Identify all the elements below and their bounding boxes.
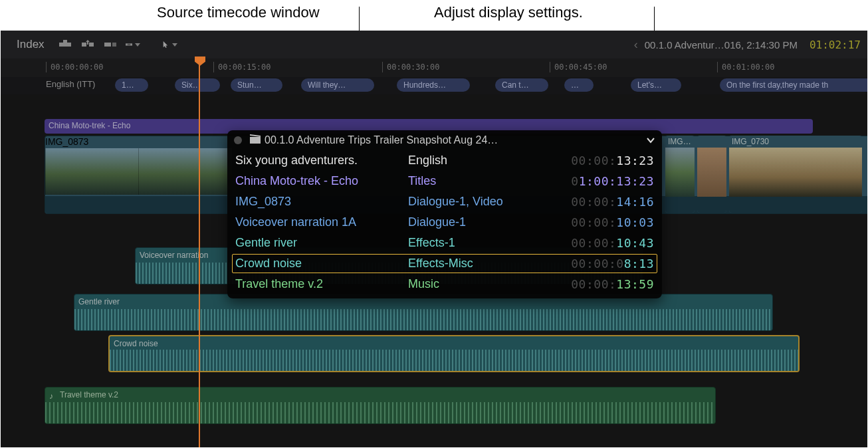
timecode-row-role: Effects-1 bbox=[408, 236, 541, 250]
timecode-row[interactable]: Gentle riverEffects-100:00:10:43 bbox=[227, 233, 662, 253]
clip-audio-waveform bbox=[45, 402, 715, 423]
title-clip-label: China Moto-trek - Echo bbox=[49, 121, 130, 130]
clip-audio-waveform bbox=[729, 197, 862, 213]
caption-pill[interactable]: … bbox=[564, 78, 594, 92]
timecode-row-name: Travel theme v.2 bbox=[235, 277, 408, 291]
timecode-row-name: Voiceover narration 1A bbox=[235, 215, 408, 229]
insert-clip-icon[interactable] bbox=[80, 39, 95, 51]
timecode-row-role: English bbox=[408, 154, 541, 168]
ruler-tick: 00:01:00:00 bbox=[717, 62, 774, 72]
caption-pill[interactable]: Six… bbox=[175, 78, 220, 92]
music-note-icon: ♪ bbox=[49, 392, 53, 401]
connect-clip-icon[interactable] bbox=[58, 39, 72, 51]
caption-pill[interactable]: Hundreds… bbox=[397, 78, 470, 92]
timecode-row-role: Dialogue-1 bbox=[408, 215, 541, 229]
timecode-row[interactable]: Travel theme v.2Music00:00:13:59 bbox=[227, 274, 662, 294]
display-settings-button[interactable] bbox=[645, 135, 657, 146]
timecode-row-name: Six young adventurers. bbox=[235, 154, 408, 168]
timecode-row-value: 00:00:14:16 bbox=[541, 195, 654, 209]
select-tool-icon[interactable] bbox=[163, 39, 177, 51]
timecode-display[interactable]: 01:02:17 bbox=[798, 39, 861, 51]
timecode-row-name: Crowd noise bbox=[235, 257, 408, 271]
caption-pill[interactable]: Will they… bbox=[301, 78, 374, 92]
video-thumbnail bbox=[665, 148, 695, 197]
connected-clip[interactable]: IMG… bbox=[665, 136, 695, 213]
svg-rect-3 bbox=[89, 43, 94, 47]
clip-audio-waveform bbox=[110, 350, 798, 371]
effects-clip-gentle-river[interactable]: Gentle river bbox=[74, 294, 773, 331]
svg-rect-2 bbox=[82, 43, 86, 47]
svg-rect-4 bbox=[104, 43, 111, 47]
timecode-row-name: China Moto-trek - Echo bbox=[235, 174, 408, 188]
timecode-window-rows: Six young adventurers.English00:00:13:23… bbox=[227, 150, 662, 294]
timecode-window-header[interactable]: 00.1.0 Adventure Trips Trailer Snapshot … bbox=[227, 130, 662, 150]
connected-clip[interactable]: IMG_0730 bbox=[729, 136, 862, 213]
timecode-row-value: 01:00:13:23 bbox=[541, 174, 654, 188]
svg-rect-1 bbox=[63, 40, 67, 43]
timecode-row[interactable]: IMG_0873Dialogue-1, Video00:00:14:16 bbox=[227, 191, 662, 212]
timecode-row-name: IMG_0873 bbox=[235, 195, 408, 209]
clip-label: Gentle river bbox=[78, 297, 120, 306]
svg-rect-5 bbox=[112, 43, 116, 47]
ruler-tick: 00:00:15:00 bbox=[213, 62, 271, 72]
ruler-tick: 00:00:30:00 bbox=[382, 62, 439, 72]
timecode-row-value: 00:00:08:13 bbox=[541, 257, 654, 271]
overwrite-clip-icon[interactable] bbox=[126, 39, 140, 51]
music-clip-travel-theme[interactable]: ♪ Travel theme v.2 bbox=[45, 387, 716, 424]
ruler-tick: 00:00:45:00 bbox=[550, 62, 607, 72]
caption-pill[interactable]: Let's… bbox=[631, 78, 681, 92]
caption-pill[interactable]: 1… bbox=[115, 78, 148, 92]
caption-lane: English (ITT) 1… Six… Stun… Will they… H… bbox=[1, 77, 867, 94]
clip-audio-waveform bbox=[665, 197, 695, 213]
timecode-row-role: Titles bbox=[408, 174, 541, 188]
timecode-row[interactable]: Six young adventurers.English00:00:13:23 bbox=[227, 150, 662, 171]
svg-rect-7 bbox=[127, 43, 130, 45]
timecode-row-name: Gentle river bbox=[235, 236, 408, 250]
source-timecode-window[interactable]: 00.1.0 Adventure Trips Trailer Snapshot … bbox=[227, 130, 662, 298]
timeline-panel: Index ‹ 00.1.0 Adventur…016, 2:14:30 PM … bbox=[1, 31, 867, 447]
timeline-toolbar: Index ‹ 00.1.0 Adventur…016, 2:14:30 PM … bbox=[1, 31, 867, 59]
timecode-row-value: 00:00:13:23 bbox=[541, 154, 654, 168]
timecode-row-role: Effects-Misc bbox=[408, 257, 541, 271]
timecode-row-value: 00:00:10:43 bbox=[541, 236, 654, 250]
video-thumbnail bbox=[138, 148, 232, 195]
caption-pill[interactable]: Stun… bbox=[231, 78, 282, 92]
timecode-row[interactable]: Crowd noiseEffects-Misc00:00:08:13 bbox=[231, 253, 658, 274]
timecode-window-title: 00.1.0 Adventure Trips Trailer Snapshot … bbox=[265, 134, 645, 146]
time-ruler[interactable]: 00:00:00:00 00:00:15:00 00:00:30:00 00:0… bbox=[1, 58, 867, 77]
callout-display-settings: Adjust display settings. bbox=[434, 4, 583, 21]
svg-rect-0 bbox=[59, 43, 71, 47]
video-thumbnail bbox=[45, 148, 139, 195]
connected-clip-label: IMG_0730 bbox=[732, 137, 769, 146]
video-thumbnail bbox=[729, 148, 862, 197]
clip-audio-waveform bbox=[697, 197, 726, 213]
callout-source-window: Source timecode window bbox=[157, 4, 320, 21]
ruler-tick: 00:00:00:00 bbox=[46, 62, 103, 72]
timecode-row[interactable]: Voiceover narration 1ADialogue-100:00:10… bbox=[227, 212, 662, 233]
index-button[interactable]: Index bbox=[7, 35, 54, 54]
playhead[interactable] bbox=[199, 58, 200, 447]
effects-clip-crowd-noise[interactable]: Crowd noise bbox=[108, 335, 800, 372]
timecode-row[interactable]: China Moto-trek - EchoTitles01:00:13:23 bbox=[227, 171, 662, 191]
timecode-row-value: 00:00:13:59 bbox=[541, 277, 654, 291]
timecode-row-role: Music bbox=[408, 277, 541, 291]
breadcrumb-title: 00.1.0 Adventur…016, 2:14:30 PM bbox=[645, 39, 798, 51]
video-thumbnail bbox=[697, 148, 726, 197]
caption-language-label: English (ITT) bbox=[46, 79, 95, 89]
close-icon[interactable] bbox=[234, 136, 242, 144]
caption-pill[interactable]: Can t… bbox=[495, 78, 548, 92]
primary-clip-label: IMG_0873 bbox=[45, 136, 88, 147]
timeline-breadcrumb[interactable]: ‹ 00.1.0 Adventur…016, 2:14:30 PM bbox=[634, 38, 798, 52]
timecode-row-value: 00:00:10:03 bbox=[541, 215, 654, 229]
voiceover-clip-label: Voiceover narration bbox=[140, 251, 208, 260]
caption-pill[interactable]: On the first day,they made th bbox=[720, 78, 867, 92]
append-clip-icon[interactable] bbox=[103, 39, 118, 51]
breadcrumb-back-icon[interactable]: ‹ bbox=[634, 38, 638, 52]
connected-clip-label: IMG… bbox=[668, 137, 691, 146]
film-clapper-icon bbox=[250, 134, 261, 146]
connected-clip[interactable] bbox=[697, 136, 726, 213]
timecode-row-role: Dialogue-1, Video bbox=[408, 195, 541, 209]
callout-area: Source timecode window Adjust display se… bbox=[0, 0, 868, 31]
clip-label: Travel theme v.2 bbox=[60, 390, 118, 399]
clip-audio-waveform bbox=[74, 309, 772, 330]
